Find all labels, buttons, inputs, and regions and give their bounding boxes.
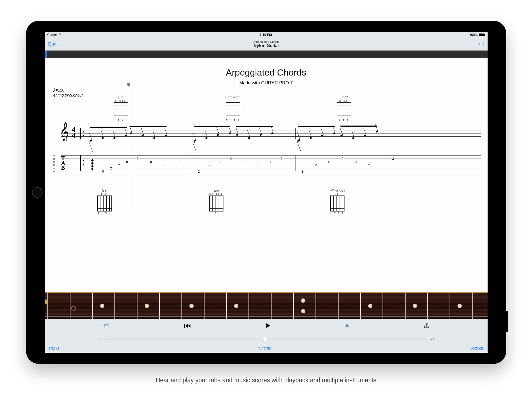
fret-wire xyxy=(159,293,160,319)
score-subtitle: Made with GUITAR PRO 7 xyxy=(45,80,488,86)
fret-wire xyxy=(92,293,93,319)
fret-wire xyxy=(338,293,339,319)
chord-fingering: 1 2 xyxy=(118,119,124,122)
tracks-button[interactable]: Tracks xyxy=(48,346,59,350)
measure-number: 2 xyxy=(193,122,194,126)
staff-lines xyxy=(61,128,481,139)
guitar-string xyxy=(45,304,488,304)
fret-wire xyxy=(360,293,361,319)
tab-fret-number: 0 xyxy=(280,157,282,161)
marketing-caption: Hear and play your tabs and music scores… xyxy=(156,377,376,384)
metronome-button[interactable] xyxy=(423,322,429,330)
chord-fingering: 2 3 4 1 xyxy=(226,119,240,122)
tab-fret-number: 0 xyxy=(328,160,330,164)
fretboard-view[interactable] xyxy=(45,292,488,319)
tab-barline xyxy=(295,155,296,171)
battery-icon xyxy=(479,34,485,36)
home-button[interactable] xyxy=(32,187,43,198)
chord-name: F#m7(b5) xyxy=(226,95,240,99)
guitar-string xyxy=(45,308,488,308)
nav-subtitle: Arpeggiated Chords xyxy=(253,40,280,43)
tablet-frame: Carrier 7:10 PM 100% Quit Arpeggiated Ch… xyxy=(26,21,506,364)
tab-fret-number: 2 xyxy=(198,170,200,173)
guitar-string xyxy=(45,312,488,312)
play-button[interactable] xyxy=(265,322,271,330)
tab-chord-indicator: ◆◆◆◆ xyxy=(91,159,94,170)
speed-slider-thumb[interactable] xyxy=(263,337,268,341)
tab-fret-number: 2 xyxy=(118,163,120,167)
chord-name: F#m7(b5) xyxy=(330,188,345,192)
fret-marker-dot xyxy=(301,298,305,303)
speed-value: x1 xyxy=(431,337,434,341)
tab-fret-number: 0 xyxy=(230,157,232,161)
loop-button[interactable] xyxy=(103,323,110,330)
chord-open-muted: x oo xyxy=(339,99,348,102)
barline xyxy=(191,128,191,139)
fret-marker-dot xyxy=(368,304,372,308)
quit-button[interactable]: Quit xyxy=(48,41,57,47)
tab-fret-number: 2 xyxy=(256,163,259,167)
tab-fret-number: 0 xyxy=(355,160,357,164)
chord-diagram: Emo ooo1 2 xyxy=(114,95,128,122)
fret-wire xyxy=(450,293,450,319)
quarter-note-icon: ♩ xyxy=(53,87,55,93)
chord-grid xyxy=(226,102,240,118)
tab-repeat-start xyxy=(80,155,83,171)
beam xyxy=(340,126,377,127)
song-progress-fill xyxy=(45,51,47,58)
info-button[interactable]: Info xyxy=(476,41,484,47)
fret-wire xyxy=(226,293,227,319)
fret-wire xyxy=(271,293,272,319)
chord-diagram: Emxx ooo1 xyxy=(209,188,223,215)
beam xyxy=(194,126,230,127)
nav-title-block: Arpeggiated Chords Nylon Guitar xyxy=(253,40,280,48)
fret-marker-dot xyxy=(301,309,305,313)
guitar-string xyxy=(45,300,488,300)
chord-diagram: B7x o2 1 3 4 xyxy=(97,188,112,215)
measure-number: 1 xyxy=(88,122,90,126)
carrier-label: Carrier xyxy=(47,33,57,37)
clock-label: 7:10 PM xyxy=(260,33,272,37)
chord-diagram: F#m7(b5)xx1 2 2 2 xyxy=(330,188,345,215)
rewind-button[interactable] xyxy=(184,323,191,330)
string-labels: E B G D A E xyxy=(53,154,56,173)
fret-wire xyxy=(293,293,294,319)
tempo-block: ♩=120 let ring throughout xyxy=(53,87,83,97)
beam xyxy=(130,126,167,127)
fret-wire xyxy=(70,293,70,319)
fret-wire xyxy=(472,293,473,319)
tab-fret-number: 2 xyxy=(163,163,165,167)
playhead-marker-button[interactable] xyxy=(345,323,350,330)
tablature-staff: E B G D A E TAB ◆◆◆◆ 0220002022101210320… xyxy=(53,155,481,174)
chord-open-muted: o ooo xyxy=(115,99,127,102)
fret-wire xyxy=(47,293,48,319)
barline xyxy=(295,128,296,139)
finger-position-marker xyxy=(71,306,76,311)
chord-open-muted: xx ooo xyxy=(209,193,223,195)
time-signature: 4 4 xyxy=(72,127,76,138)
tab-fret-number: 0 xyxy=(176,160,179,164)
chord-name: Em xyxy=(118,95,124,99)
chord-grid xyxy=(330,196,344,211)
tab-fret-number: 0 xyxy=(136,157,139,161)
chord-name: B7 xyxy=(102,188,107,192)
chords-button[interactable]: Chords xyxy=(259,346,271,350)
fret-marker-dot xyxy=(145,304,149,308)
tab-fret-number: 1 xyxy=(269,160,272,164)
tab-fret-number: 2 xyxy=(110,167,112,170)
fret-wire xyxy=(248,293,249,319)
measure-number: 3 xyxy=(297,122,299,126)
tab-fret-number: 0 xyxy=(341,157,344,161)
chord-grid xyxy=(97,196,112,211)
speed-slider[interactable] xyxy=(105,339,426,339)
song-progress[interactable] xyxy=(45,51,488,58)
fret-wire xyxy=(181,293,182,319)
beam xyxy=(298,126,335,127)
chord-grid xyxy=(114,102,128,118)
fret-wire xyxy=(315,293,316,319)
settings-button[interactable]: Settings xyxy=(470,346,484,350)
tempo-value: =120 xyxy=(56,88,65,92)
score-area[interactable]: Arpeggiated Chords Made with GUITAR PRO … xyxy=(45,58,488,292)
playhead-cursor[interactable] xyxy=(129,83,129,212)
fret-wire xyxy=(405,293,406,319)
